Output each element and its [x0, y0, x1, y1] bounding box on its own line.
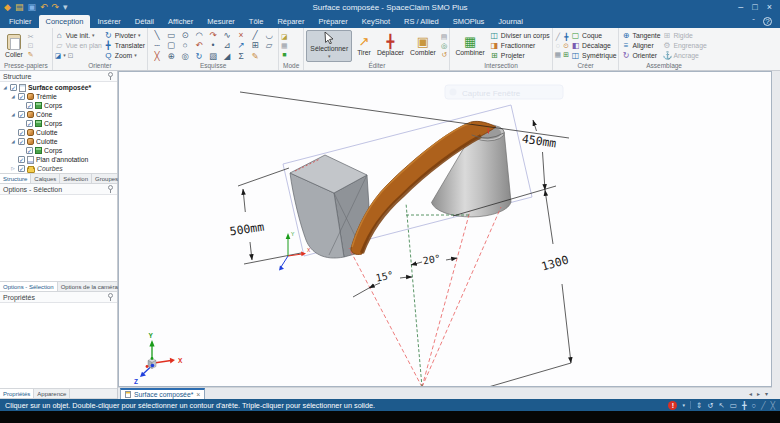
tree-item-courbes[interactable]: ▷✓Courbes	[0, 164, 117, 173]
datum-line-icon[interactable]: ╱	[555, 33, 562, 41]
copy-icon[interactable]: ⊡	[28, 42, 34, 50]
tangent-arc-icon[interactable]: ◡	[262, 30, 276, 41]
panel-tab-selection[interactable]: Sélection	[60, 174, 92, 183]
format-painter-icon[interactable]: ✎	[28, 51, 34, 59]
equation-icon[interactable]: Σ	[234, 51, 248, 62]
edit-sketch-icon[interactable]: ✎	[248, 51, 262, 62]
restore-icon[interactable]: □	[752, 2, 757, 12]
offset-curve-icon[interactable]: ⊞	[248, 40, 262, 51]
tab-keyshot[interactable]: KeyShot	[355, 15, 397, 28]
close-tool-icon[interactable]: ╳	[770, 401, 775, 410]
zoom-button[interactable]: QZoom▾	[104, 51, 145, 60]
sketch-mode-icon[interactable]: ◪	[281, 33, 288, 41]
tab-list-icon[interactable]: ▾	[765, 390, 768, 397]
point-icon[interactable]: •	[206, 40, 220, 51]
pan-button[interactable]: ╋Translater	[104, 41, 145, 50]
datum-grid-icon[interactable]: ▦	[555, 51, 562, 59]
box-select-icon[interactable]: ▭	[730, 401, 737, 410]
tab-journal[interactable]: Journal	[491, 15, 530, 28]
panel-tab-apparence[interactable]: Apparence	[34, 389, 70, 398]
spline-icon[interactable]: ∿	[220, 30, 234, 41]
circle-icon[interactable]: ⊙	[178, 30, 192, 41]
expander-icon[interactable]: ▷	[10, 166, 16, 171]
help-icon[interactable]: ?	[763, 17, 772, 26]
hatch-icon[interactable]: ▨	[206, 51, 220, 62]
snap-view-icon[interactable]: ⊡	[68, 51, 74, 60]
expander-icon[interactable]: ◢	[10, 139, 16, 144]
row-button[interactable]: ◪▾⊡	[55, 51, 102, 60]
tree-item-cone[interactable]: ◢✓Cône	[0, 110, 117, 119]
chevron-down-icon[interactable]: ▾	[682, 402, 685, 408]
cut-icon[interactable]: ✂	[28, 33, 34, 41]
dimensions[interactable]: 450mm 1300 500m	[229, 92, 571, 387]
tree-item-plan-d-annotation[interactable]: ✓Plan d'annotation	[0, 155, 117, 164]
visibility-checkbox[interactable]: ✓	[18, 93, 25, 100]
panel-tab-proprietes[interactable]: Propriétés	[0, 389, 34, 398]
visibility-checkbox[interactable]: ✓	[26, 120, 33, 127]
tab-preparer[interactable]: Préparer	[312, 15, 355, 28]
section-mode-icon[interactable]: ▦	[281, 42, 288, 50]
paste-button[interactable]: Coller	[2, 33, 26, 59]
spin-button[interactable]: ↻Pivoter▾	[104, 31, 145, 40]
tab-scroll-right-icon[interactable]: ▸	[757, 390, 760, 397]
tree-item-tremie[interactable]: ◢✓Trémie	[0, 92, 117, 101]
previous-view-icon[interactable]: ↺	[707, 401, 713, 410]
iso-view-icon[interactable]: ◪	[55, 51, 61, 60]
parallelogram-icon[interactable]: ▱	[262, 40, 276, 51]
concentric-circle-icon[interactable]: ◎	[178, 51, 192, 62]
corner-rectangle-icon[interactable]: ▢	[164, 40, 178, 51]
expander-icon[interactable]: ◢	[10, 94, 16, 99]
tab-smoplus[interactable]: SMOPlus	[446, 15, 492, 28]
rectangle-icon[interactable]: ▭	[164, 30, 178, 41]
tab-reparer[interactable]: Réparer	[270, 15, 311, 28]
tab-scroll-left-icon[interactable]: ◂	[749, 390, 752, 397]
visibility-checkbox[interactable]: ✓	[18, 129, 25, 136]
sweep-arc-icon[interactable]: ↷	[206, 30, 220, 41]
construction-line-icon[interactable]: ┄	[150, 40, 164, 51]
tree-item-corps[interactable]: ✓Corps	[0, 101, 117, 110]
visibility-checkbox[interactable]: ✓	[26, 102, 33, 109]
tab-inserer[interactable]: Insérer	[90, 15, 127, 28]
mirror-button[interactable]: ◫Symétrique	[571, 51, 616, 60]
visibility-checkbox[interactable]: ✓	[10, 84, 17, 91]
three-point-arc-icon[interactable]: ↶	[192, 40, 206, 51]
tab-afficher[interactable]: Afficher	[161, 15, 200, 28]
history-icon[interactable]: ↺	[441, 51, 448, 59]
polyline-icon[interactable]: ╱	[248, 30, 262, 41]
zoom-tool-icon[interactable]: ○	[751, 401, 756, 410]
select-button[interactable]: Sélectionner ▾	[306, 30, 352, 62]
plane-icon[interactable]: ⊞	[563, 51, 569, 59]
arc-icon[interactable]: ◠	[192, 30, 206, 41]
ellipse-icon[interactable]: ○	[178, 40, 192, 51]
rotate-sketch-icon[interactable]: ↻	[192, 51, 206, 62]
expander-icon[interactable]: ◢	[2, 85, 8, 90]
panel-tab-structure[interactable]: Structure	[0, 174, 31, 183]
undo-icon[interactable]: ↶	[40, 2, 48, 12]
line-icon[interactable]: ╲	[150, 30, 164, 41]
close-icon[interactable]: ×	[196, 391, 200, 398]
panel-tab-options-de-la-camera[interactable]: Options de la caméra	[58, 282, 122, 291]
offset-button[interactable]: ◧Décalage	[571, 41, 616, 50]
visibility-checkbox[interactable]: ✓	[18, 156, 25, 163]
visibility-checkbox[interactable]: ✓	[18, 138, 25, 145]
pan-tool-icon[interactable]: ╋	[742, 401, 747, 410]
solid-mode-icon[interactable]: ■	[281, 51, 288, 59]
visibility-checkbox[interactable]: ✓	[18, 165, 25, 172]
document-tab[interactable]: Surface composée* ×	[120, 388, 205, 399]
tab-tole[interactable]: Tôle	[242, 15, 271, 28]
expander-icon[interactable]: ◢	[10, 112, 16, 117]
home-view-button[interactable]: ⌂Vue init.▾	[55, 31, 102, 40]
qat-more-icon[interactable]: ▾	[63, 2, 68, 12]
shell-button[interactable]: ▢Coque	[571, 31, 616, 40]
tree-item-corps[interactable]: ✓Corps	[0, 146, 117, 155]
select-tool-icon[interactable]: ↖	[719, 401, 725, 410]
datum-circle-icon[interactable]: ◌	[555, 42, 562, 50]
fillet-corner-icon[interactable]: ◢	[220, 51, 234, 62]
pull-button[interactable]: ↗Tirer	[354, 34, 374, 57]
scroll-view-icon[interactable]: ⇕	[696, 401, 702, 410]
measure-tool-icon[interactable]: ╱	[761, 401, 766, 410]
tab-fichier[interactable]: Fichier	[2, 15, 39, 28]
cross-tool-icon[interactable]: ╳	[150, 51, 164, 62]
split-button[interactable]: ◨Fractionner	[490, 41, 550, 50]
minimize-icon[interactable]: –	[738, 2, 743, 12]
